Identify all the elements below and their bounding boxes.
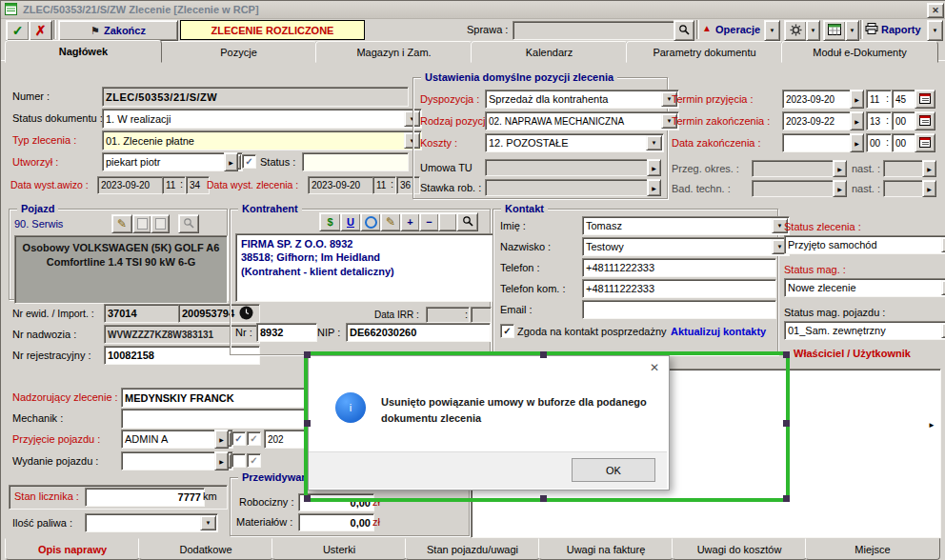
zgoda-checkbox[interactable]: ✓ [500,324,514,338]
grid-view-dropdown-button[interactable]: ▼ [845,20,859,41]
typ-zlecenia-select[interactable]: 01. Zlecenie płatne ▼ [102,130,422,150]
rodzaj-select[interactable]: 02. NAPRAWA MECHANICZNA ▼ [485,111,679,130]
badanie-spinner[interactable]: ▶ [833,180,847,197]
pojazd-search-button[interactable] [178,214,199,233]
termin-przyjecia-spinner[interactable]: ▶ [850,90,864,109]
resize-handle-icon[interactable]: ► [928,421,935,430]
nazwisko-select[interactable]: Testowy ▼ [582,237,790,256]
utworzyl-spinner-button[interactable]: ▶ [224,152,238,171]
data-zakonczenia-date[interactable] [782,133,856,152]
sprawa-search-button[interactable] [674,20,694,41]
imie-select[interactable]: Tomasz ▼ [582,216,790,235]
data-zakonczenia-spinner[interactable]: ▶ [850,133,864,152]
termin-przyjecia-calendar-button[interactable] [915,90,935,109]
robocizny-field[interactable]: 0,00 [298,493,374,511]
kontrahent-account-button[interactable]: $ [319,212,341,231]
badanie-field[interactable] [752,180,839,197]
settings-button[interactable] [784,20,807,41]
tab-usterki[interactable]: Usterki [271,538,407,560]
umowa-spinner-button[interactable]: ▶ [647,159,661,176]
chevron-down-icon[interactable]: ▼ [941,280,945,295]
koszty-select[interactable]: 12. POZOSTAŁE ▼ [485,133,664,152]
clock-icon[interactable] [239,306,253,322]
materialow-field[interactable]: 0,00 [298,513,374,531]
licznik-field[interactable]: 7777 [85,488,205,507]
data-zakonczenia-calendar-button[interactable] [915,133,935,152]
wystawienia-date-field[interactable]: 2023-09-20 [308,176,378,194]
termin-przyjecia-date[interactable]: 2023-09-20 [782,90,856,109]
tab-pozycje[interactable]: Pozycje [160,41,317,63]
paliwo-select[interactable]: ▼ [85,513,218,532]
kontrahent-remove-button[interactable]: − [419,212,439,231]
nip-field[interactable]: DE662030260 [346,323,491,342]
wydanie-spinner[interactable]: ▶ [214,451,229,470]
tab-edokumenty[interactable]: Moduł e-Dokumenty [781,41,938,63]
settings-dropdown-button[interactable]: ▼ [806,20,820,41]
raporty-label[interactable]: Raporty [881,24,921,35]
tab-stan-pojazdu[interactable]: Stan pojazdu/uwagi [405,538,540,560]
telefon-kom-field[interactable]: +48111222333 [582,279,776,298]
chevron-down-icon[interactable]: ▼ [200,515,216,530]
przyjecie-checkbox-2[interactable]: ✓ [247,431,261,446]
telefon-field[interactable]: +48111222333 [582,258,776,277]
stawka-spinner-button[interactable]: ▶ [647,179,661,196]
pojazd-kategoria-link[interactable]: 90. Serwis [14,218,63,230]
sprawa-input[interactable] [513,21,680,40]
przeglad-nast-spinner[interactable]: ▶ [922,160,936,177]
operacje-label[interactable]: Operacje [715,24,760,35]
kontrahent-search-button[interactable] [456,212,478,231]
irr-date-field[interactable] [426,307,470,323]
przeglad-field[interactable] [752,160,839,177]
aktualizuj-kontakty-link[interactable]: Aktualizuj kontakty [671,326,766,337]
umowa-field[interactable] [485,159,653,176]
stawka-field[interactable] [485,179,653,196]
tab-uwagi-faktura[interactable]: Uwagi na fakturę [538,538,674,560]
przyjecie-checkbox-1[interactable]: ✓ [231,431,246,446]
badanie-nast-spinner[interactable]: ▶ [922,180,936,197]
kontrahent-edit-button[interactable]: ✎ [380,212,401,231]
kontrahent-blank-button[interactable] [438,212,457,231]
kontrahent-add-button[interactable]: + [400,212,420,231]
status-mag-pojazdu-select[interactable]: 01_Sam. zewnętrzny ▼ [784,321,945,340]
email-field[interactable] [582,300,776,319]
status-checkbox[interactable]: ✓ [242,154,256,169]
window-close-button[interactable]: ✕ [927,3,944,18]
tab-kalendarz[interactable]: Kalendarz [471,41,628,63]
chevron-down-icon[interactable]: ▼ [941,237,945,252]
operacje-dropdown-button[interactable]: ▼ [764,20,780,41]
grid-view-button[interactable] [823,20,846,41]
tab-parametry[interactable]: Parametry dokumentu [626,41,783,63]
przyjecie-spinner[interactable]: ▶ [214,430,229,449]
przyjecie-date-field[interactable]: 202 [264,430,313,449]
data-zakonczenia-mm[interactable]: 00 [892,133,917,152]
pojazd-history-button[interactable] [132,214,151,233]
status-zlecenia-select[interactable]: Przyjęto samochód ▼ [784,235,945,254]
status-field[interactable] [302,152,409,171]
confirm-button[interactable]: ✓ [6,20,30,41]
cancel-button[interactable]: ✗ [29,20,52,41]
utworzyl-select[interactable]: piekart piotr ▼ [102,152,243,171]
termin-przyjecia-mm[interactable]: 45 [892,90,917,109]
wydanie-checkbox-2[interactable]: ✓ [247,453,261,468]
chevron-down-icon[interactable]: ▼ [941,323,945,338]
raporty-dropdown-button[interactable]: ▼ [927,20,943,41]
awizo-date-field[interactable]: 2023-09-20 [97,176,168,194]
pojazd-edit-button[interactable]: ✎ [111,214,132,233]
mechanik-field[interactable] [121,409,312,429]
dyspozycja-select[interactable]: Sprzedaż dla kontrahenta ▼ [485,90,679,109]
dialog-close-icon[interactable]: ✕ [650,361,659,374]
termin-zakonczenia-date[interactable]: 2023-09-22 [782,111,856,130]
nadzorujacy-field[interactable]: MEDYNSKIY FRANCK [121,388,312,408]
wydanie-checkbox-1[interactable] [231,453,246,468]
kontrahent-target-button[interactable] [360,212,381,231]
pojazd-copy-button[interactable] [151,214,170,233]
tab-naglowek[interactable]: Nagłówek [5,40,162,63]
tab-miejsce[interactable]: Miejsce [805,538,940,560]
kontrahent-nr-field[interactable]: 8932 [256,323,317,342]
tab-magazyn[interactable]: Magazyn i Zam. [315,41,472,63]
status-mag-select[interactable]: Nowe zlecenie ▼ [784,278,945,297]
tab-dodatkowe[interactable]: Dodatkowe [138,538,273,560]
irr-time-field[interactable] [471,307,492,323]
chevron-down-icon[interactable]: ▼ [646,135,662,150]
tab-opis-naprawy[interactable]: Opis naprawy [5,538,140,560]
